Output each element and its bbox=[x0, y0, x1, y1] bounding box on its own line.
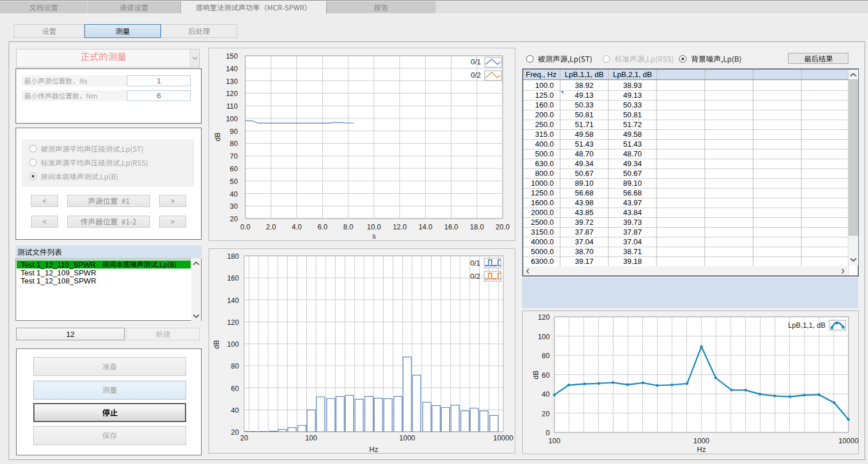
svg-text:4.0: 4.0 bbox=[292, 223, 302, 231]
svg-text:12.0: 12.0 bbox=[393, 223, 407, 231]
svg-text:60: 60 bbox=[542, 371, 550, 379]
svg-text:0/1: 0/1 bbox=[471, 58, 481, 66]
svg-text:38.93: 38.93 bbox=[623, 81, 642, 90]
svg-text:50: 50 bbox=[230, 178, 238, 186]
svg-text:140: 140 bbox=[227, 297, 239, 305]
svg-text:39.73: 39.73 bbox=[623, 218, 642, 227]
svg-text:39.17: 39.17 bbox=[575, 257, 594, 266]
svg-text:630.0: 630.0 bbox=[535, 159, 554, 168]
svg-text:315.0: 315.0 bbox=[535, 130, 554, 139]
svg-text:49.13: 49.13 bbox=[623, 91, 642, 99]
svg-text:dB: dB bbox=[214, 132, 222, 141]
svg-text:51.43: 51.43 bbox=[575, 140, 594, 148]
svg-text:120: 120 bbox=[538, 313, 550, 321]
svg-text:Freq., Hz: Freq., Hz bbox=[526, 70, 556, 79]
svg-text:43.98: 43.98 bbox=[575, 198, 594, 207]
svg-text:0: 0 bbox=[546, 429, 550, 437]
svg-text:14.0: 14.0 bbox=[418, 223, 432, 231]
svg-text:0/1: 0/1 bbox=[470, 259, 480, 267]
svg-text:38.70: 38.70 bbox=[575, 247, 594, 256]
svg-text:6.0: 6.0 bbox=[318, 223, 327, 231]
svg-text:49.34: 49.34 bbox=[575, 159, 594, 168]
svg-text:70: 70 bbox=[230, 152, 238, 160]
svg-text:800.0: 800.0 bbox=[535, 169, 554, 178]
svg-text:43.97: 43.97 bbox=[623, 198, 642, 207]
svg-text:49.34: 49.34 bbox=[623, 159, 642, 168]
svg-text:38.71: 38.71 bbox=[623, 247, 642, 256]
svg-text:dB: dB bbox=[532, 370, 540, 379]
svg-text:51.43: 51.43 bbox=[623, 140, 642, 148]
svg-text:100: 100 bbox=[227, 340, 239, 348]
svg-text:150: 150 bbox=[226, 52, 238, 60]
svg-text:80: 80 bbox=[231, 362, 239, 370]
svg-text:100: 100 bbox=[305, 434, 317, 442]
svg-text:2.0: 2.0 bbox=[266, 223, 276, 231]
svg-text:89.10: 89.10 bbox=[575, 179, 594, 187]
svg-text:500.0: 500.0 bbox=[535, 149, 554, 158]
svg-text:2000.0: 2000.0 bbox=[531, 208, 554, 217]
svg-text:1000: 1000 bbox=[399, 434, 415, 442]
svg-text:40: 40 bbox=[231, 407, 239, 415]
svg-text:20: 20 bbox=[231, 428, 239, 436]
svg-text:50.81: 50.81 bbox=[623, 110, 642, 119]
svg-text:49.58: 49.58 bbox=[575, 130, 594, 139]
svg-text:60: 60 bbox=[231, 385, 239, 393]
svg-text:LpB,1,1, dB: LpB,1,1, dB bbox=[565, 70, 604, 79]
svg-text:250.0: 250.0 bbox=[535, 120, 554, 129]
svg-text:dB: dB bbox=[213, 340, 221, 348]
svg-text:37.87: 37.87 bbox=[623, 228, 642, 236]
svg-text:120: 120 bbox=[226, 90, 238, 98]
svg-text:50.67: 50.67 bbox=[623, 169, 642, 178]
svg-text:1600.0: 1600.0 bbox=[531, 198, 554, 207]
svg-text:90: 90 bbox=[230, 128, 238, 136]
svg-text:4000.0: 4000.0 bbox=[531, 237, 554, 246]
svg-text:100: 100 bbox=[538, 333, 550, 341]
svg-text:89.10: 89.10 bbox=[623, 179, 642, 187]
svg-text:10000: 10000 bbox=[839, 437, 859, 445]
svg-text:37.87: 37.87 bbox=[575, 228, 594, 236]
svg-text:56.68: 56.68 bbox=[575, 189, 594, 197]
svg-text:200.0: 200.0 bbox=[535, 110, 554, 119]
svg-text:160.0: 160.0 bbox=[535, 101, 554, 109]
svg-text:LpB,2,1, dB: LpB,2,1, dB bbox=[613, 70, 652, 79]
svg-text:180: 180 bbox=[227, 252, 239, 260]
svg-text:20: 20 bbox=[240, 434, 248, 442]
svg-text:40: 40 bbox=[542, 390, 550, 398]
svg-text:0.0: 0.0 bbox=[240, 223, 250, 231]
svg-text:39.72: 39.72 bbox=[575, 218, 594, 227]
svg-text:50.81: 50.81 bbox=[575, 110, 594, 119]
svg-text:50.33: 50.33 bbox=[575, 101, 594, 109]
svg-text:56.68: 56.68 bbox=[623, 189, 642, 197]
svg-text:0/2: 0/2 bbox=[471, 71, 481, 79]
svg-text:1250.0: 1250.0 bbox=[531, 189, 554, 197]
svg-text:5000.0: 5000.0 bbox=[531, 247, 554, 256]
svg-text:20: 20 bbox=[230, 215, 238, 223]
svg-text:51.71: 51.71 bbox=[575, 120, 594, 129]
svg-text:Hz: Hz bbox=[369, 446, 378, 454]
svg-text:50.33: 50.33 bbox=[623, 101, 642, 109]
svg-text:40: 40 bbox=[230, 190, 238, 198]
svg-text:s: s bbox=[372, 232, 376, 240]
svg-text:125.0: 125.0 bbox=[535, 91, 554, 99]
svg-text:2500.0: 2500.0 bbox=[531, 218, 554, 227]
svg-text:50.67: 50.67 bbox=[575, 169, 594, 178]
svg-text:18.0: 18.0 bbox=[470, 223, 484, 231]
svg-text:20.0: 20.0 bbox=[496, 223, 510, 231]
svg-text:100.0: 100.0 bbox=[535, 81, 554, 90]
svg-text:130: 130 bbox=[226, 78, 238, 86]
svg-text:100: 100 bbox=[226, 115, 238, 123]
svg-text:Hz: Hz bbox=[697, 446, 705, 454]
svg-text:6300.0: 6300.0 bbox=[531, 257, 554, 266]
svg-text:8.0: 8.0 bbox=[344, 223, 353, 231]
svg-text:400.0: 400.0 bbox=[535, 140, 554, 148]
svg-text:37.04: 37.04 bbox=[575, 237, 594, 246]
svg-text:49.58: 49.58 bbox=[623, 130, 642, 139]
svg-text:80: 80 bbox=[230, 140, 238, 148]
svg-text:10000: 10000 bbox=[493, 434, 514, 442]
svg-text:30: 30 bbox=[230, 202, 238, 210]
svg-text:51.72: 51.72 bbox=[623, 120, 642, 129]
svg-text:16.0: 16.0 bbox=[444, 223, 458, 231]
svg-text:37.04: 37.04 bbox=[623, 237, 642, 246]
svg-text:80: 80 bbox=[542, 352, 550, 360]
svg-text:1000.0: 1000.0 bbox=[531, 179, 554, 187]
